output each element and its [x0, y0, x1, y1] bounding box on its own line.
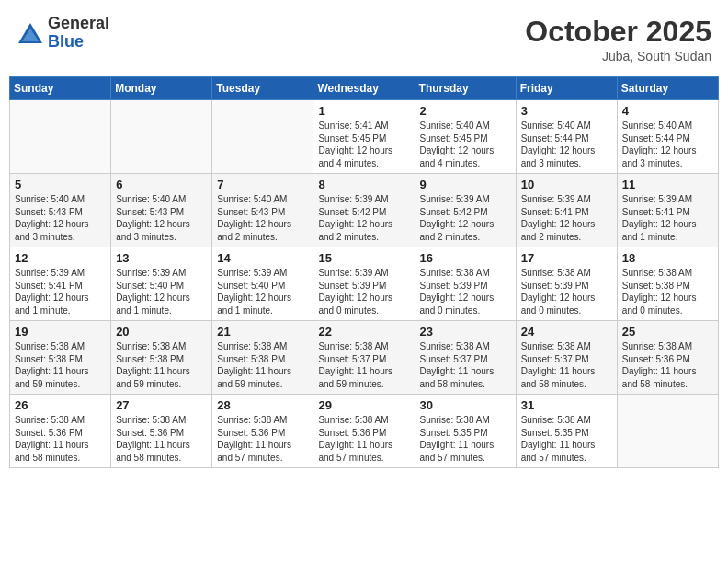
day-number: 19 [15, 325, 106, 339]
day-info: Sunrise: 5:38 AMSunset: 5:35 PMDaylight:… [420, 414, 511, 464]
day-number: 23 [420, 325, 511, 339]
calendar-cell [10, 100, 111, 174]
calendar-cell: 11Sunrise: 5:39 AMSunset: 5:41 PMDayligh… [617, 174, 718, 247]
column-header-friday: Friday [516, 77, 617, 100]
day-number: 13 [116, 251, 207, 265]
calendar-cell [111, 100, 212, 174]
day-number: 3 [521, 104, 612, 118]
calendar-cell: 27Sunrise: 5:38 AMSunset: 5:36 PMDayligh… [111, 395, 212, 468]
column-header-thursday: Thursday [415, 77, 516, 100]
calendar-cell: 15Sunrise: 5:39 AMSunset: 5:39 PMDayligh… [313, 247, 415, 321]
calendar-cell: 16Sunrise: 5:38 AMSunset: 5:39 PMDayligh… [415, 247, 516, 321]
calendar-cell: 14Sunrise: 5:39 AMSunset: 5:40 PMDayligh… [212, 247, 313, 321]
day-number: 31 [521, 398, 612, 412]
day-info: Sunrise: 5:39 AMSunset: 5:39 PMDaylight:… [318, 267, 409, 316]
day-info: Sunrise: 5:40 AMSunset: 5:43 PMDaylight:… [116, 193, 207, 243]
day-info: Sunrise: 5:39 AMSunset: 5:41 PMDaylight:… [15, 267, 106, 316]
calendar-cell: 13Sunrise: 5:39 AMSunset: 5:40 PMDayligh… [111, 247, 212, 321]
day-info: Sunrise: 5:40 AMSunset: 5:43 PMDaylight:… [15, 193, 106, 243]
calendar-cell: 4Sunrise: 5:40 AMSunset: 5:44 PMDaylight… [617, 100, 718, 174]
calendar-cell: 5Sunrise: 5:40 AMSunset: 5:43 PMDaylight… [10, 174, 111, 247]
day-number: 11 [622, 178, 713, 191]
day-number: 7 [217, 178, 308, 191]
day-info: Sunrise: 5:39 AMSunset: 5:42 PMDaylight:… [318, 193, 409, 243]
calendar-cell: 20Sunrise: 5:38 AMSunset: 5:38 PMDayligh… [111, 321, 212, 395]
calendar-cell: 21Sunrise: 5:38 AMSunset: 5:38 PMDayligh… [212, 321, 313, 395]
location: Juba, South Sudan [525, 49, 711, 63]
calendar-cell: 7Sunrise: 5:40 AMSunset: 5:43 PMDaylight… [212, 174, 313, 247]
day-info: Sunrise: 5:40 AMSunset: 5:44 PMDaylight:… [521, 120, 612, 169]
calendar-week-2: 5Sunrise: 5:40 AMSunset: 5:43 PMDaylight… [10, 174, 719, 247]
calendar-cell: 26Sunrise: 5:38 AMSunset: 5:36 PMDayligh… [10, 395, 111, 468]
day-number: 1 [318, 104, 409, 118]
logo: General Blue [17, 15, 109, 52]
day-number: 9 [420, 178, 511, 191]
day-number: 25 [622, 325, 713, 339]
day-info: Sunrise: 5:38 AMSunset: 5:38 PMDaylight:… [116, 340, 207, 390]
day-number: 20 [116, 325, 207, 339]
calendar-cell: 25Sunrise: 5:38 AMSunset: 5:36 PMDayligh… [617, 321, 718, 395]
calendar-cell: 19Sunrise: 5:38 AMSunset: 5:38 PMDayligh… [10, 321, 111, 395]
day-number: 5 [15, 178, 106, 191]
day-number: 24 [521, 325, 612, 339]
day-number: 10 [521, 178, 612, 191]
day-info: Sunrise: 5:38 AMSunset: 5:37 PMDaylight:… [420, 340, 511, 390]
column-header-monday: Monday [111, 77, 212, 100]
calendar-header-row: SundayMondayTuesdayWednesdayThursdayFrid… [10, 77, 719, 100]
day-info: Sunrise: 5:39 AMSunset: 5:40 PMDaylight:… [116, 267, 207, 316]
calendar-cell: 3Sunrise: 5:40 AMSunset: 5:44 PMDaylight… [516, 100, 617, 174]
day-number: 30 [420, 398, 511, 412]
logo-blue: Blue [48, 33, 109, 52]
day-info: Sunrise: 5:38 AMSunset: 5:38 PMDaylight:… [15, 340, 106, 390]
day-number: 6 [116, 178, 207, 191]
day-number: 18 [622, 251, 713, 265]
calendar-cell: 9Sunrise: 5:39 AMSunset: 5:42 PMDaylight… [415, 174, 516, 247]
title-block: October 2025 Juba, South Sudan [525, 15, 711, 63]
calendar-week-1: 1Sunrise: 5:41 AMSunset: 5:45 PMDaylight… [10, 100, 719, 174]
calendar-table: SundayMondayTuesdayWednesdayThursdayFrid… [9, 76, 719, 468]
day-info: Sunrise: 5:41 AMSunset: 5:45 PMDaylight:… [318, 120, 409, 169]
day-info: Sunrise: 5:38 AMSunset: 5:37 PMDaylight:… [318, 340, 409, 390]
day-info: Sunrise: 5:39 AMSunset: 5:41 PMDaylight:… [622, 193, 713, 243]
logo-general: General [48, 15, 109, 33]
column-header-sunday: Sunday [10, 77, 111, 100]
calendar-cell: 23Sunrise: 5:38 AMSunset: 5:37 PMDayligh… [415, 321, 516, 395]
column-header-wednesday: Wednesday [313, 77, 415, 100]
day-number: 28 [217, 398, 308, 412]
month-title: October 2025 [525, 15, 711, 49]
calendar-cell: 28Sunrise: 5:38 AMSunset: 5:36 PMDayligh… [212, 395, 313, 468]
day-number: 12 [15, 251, 106, 265]
calendar-cell: 24Sunrise: 5:38 AMSunset: 5:37 PMDayligh… [516, 321, 617, 395]
day-info: Sunrise: 5:40 AMSunset: 5:45 PMDaylight:… [420, 120, 511, 169]
day-number: 14 [217, 251, 308, 265]
day-number: 21 [217, 325, 308, 339]
day-info: Sunrise: 5:38 AMSunset: 5:36 PMDaylight:… [217, 414, 308, 464]
calendar-cell [212, 100, 313, 174]
day-info: Sunrise: 5:38 AMSunset: 5:39 PMDaylight:… [521, 267, 612, 316]
day-number: 4 [622, 104, 713, 118]
day-number: 15 [318, 251, 409, 265]
column-header-tuesday: Tuesday [212, 77, 313, 100]
day-info: Sunrise: 5:38 AMSunset: 5:36 PMDaylight:… [318, 414, 409, 464]
day-info: Sunrise: 5:40 AMSunset: 5:43 PMDaylight:… [217, 193, 308, 243]
calendar-cell: 18Sunrise: 5:38 AMSunset: 5:38 PMDayligh… [617, 247, 718, 321]
calendar-cell: 30Sunrise: 5:38 AMSunset: 5:35 PMDayligh… [415, 395, 516, 468]
day-number: 8 [318, 178, 409, 191]
page-header: General Blue October 2025 Juba, South Su… [9, 9, 719, 69]
calendar-week-5: 26Sunrise: 5:38 AMSunset: 5:36 PMDayligh… [10, 395, 719, 468]
calendar-cell: 1Sunrise: 5:41 AMSunset: 5:45 PMDaylight… [313, 100, 415, 174]
logo-icon [17, 19, 44, 47]
calendar-cell: 10Sunrise: 5:39 AMSunset: 5:41 PMDayligh… [516, 174, 617, 247]
day-number: 29 [318, 398, 409, 412]
day-number: 27 [116, 398, 207, 412]
day-info: Sunrise: 5:38 AMSunset: 5:36 PMDaylight:… [116, 414, 207, 464]
day-info: Sunrise: 5:39 AMSunset: 5:42 PMDaylight:… [420, 193, 511, 243]
day-info: Sunrise: 5:38 AMSunset: 5:35 PMDaylight:… [521, 414, 612, 464]
day-info: Sunrise: 5:38 AMSunset: 5:36 PMDaylight:… [622, 340, 713, 390]
calendar-cell: 22Sunrise: 5:38 AMSunset: 5:37 PMDayligh… [313, 321, 415, 395]
day-info: Sunrise: 5:40 AMSunset: 5:44 PMDaylight:… [622, 120, 713, 169]
calendar-week-4: 19Sunrise: 5:38 AMSunset: 5:38 PMDayligh… [10, 321, 719, 395]
calendar-week-3: 12Sunrise: 5:39 AMSunset: 5:41 PMDayligh… [10, 247, 719, 321]
day-info: Sunrise: 5:38 AMSunset: 5:37 PMDaylight:… [521, 340, 612, 390]
calendar-cell: 29Sunrise: 5:38 AMSunset: 5:36 PMDayligh… [313, 395, 415, 468]
